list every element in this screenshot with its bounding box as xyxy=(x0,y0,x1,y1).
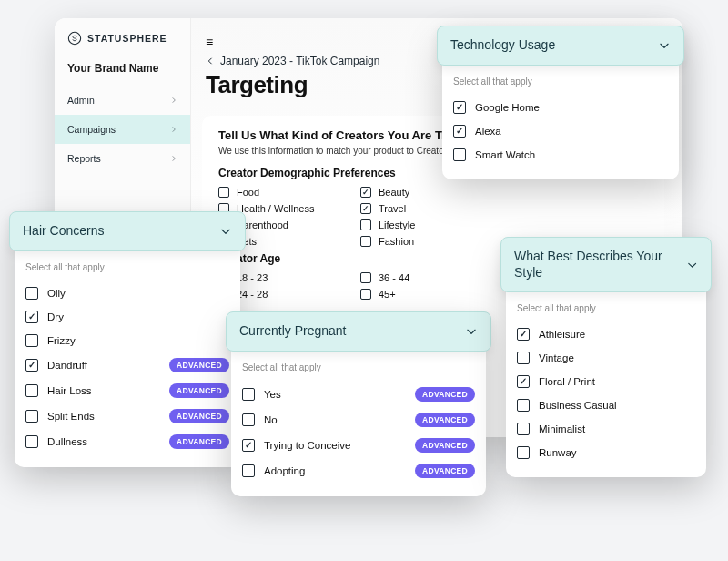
hair-option[interactable]: Hair LossADVANCED xyxy=(25,378,229,403)
sidebar-item-reports[interactable]: Reports xyxy=(55,144,190,173)
checkbox[interactable] xyxy=(25,435,38,448)
style-option[interactable]: Minimalist xyxy=(517,417,695,441)
chevron-right-icon xyxy=(170,126,177,133)
style-option[interactable]: Business Casual xyxy=(517,393,695,417)
option-label: Split Ends xyxy=(47,411,95,422)
checkbox[interactable] xyxy=(25,287,38,300)
brand-name: Your Brand Name xyxy=(55,58,190,86)
tech-card-title: Technology Usage xyxy=(450,37,555,54)
checkbox[interactable] xyxy=(360,236,371,247)
checkbox[interactable] xyxy=(453,125,466,138)
currently-pregnant-card: Currently Pregnant Select all that apply… xyxy=(231,317,486,496)
checkbox[interactable] xyxy=(517,375,530,388)
demographic-label: Lifestyle xyxy=(379,219,415,230)
option-label: Dry xyxy=(47,311,64,322)
tech-card-header[interactable]: Technology Usage xyxy=(437,26,684,66)
checkbox[interactable] xyxy=(360,272,371,283)
option-label: Hair Loss xyxy=(47,385,92,396)
advanced-badge: ADVANCED xyxy=(169,434,229,449)
hair-option[interactable]: Split EndsADVANCED xyxy=(25,403,229,429)
checkbox[interactable] xyxy=(517,423,530,435)
checkbox[interactable] xyxy=(453,148,466,161)
demographic-option[interactable]: Beauty xyxy=(360,187,497,198)
preg-option[interactable]: NoADVANCED xyxy=(242,407,475,433)
age-label: 18 - 23 xyxy=(237,272,268,283)
checkbox[interactable] xyxy=(360,187,371,198)
advanced-badge: ADVANCED xyxy=(169,358,229,372)
chevron-right-icon xyxy=(170,155,177,162)
chevron-down-icon xyxy=(465,325,478,338)
preg-card-header[interactable]: Currently Pregnant xyxy=(226,311,491,352)
advanced-badge: ADVANCED xyxy=(415,464,475,478)
tech-option[interactable]: Alexa xyxy=(453,119,668,143)
checkbox[interactable] xyxy=(25,384,38,397)
demographic-label: Beauty xyxy=(379,187,410,198)
style-option[interactable]: Athleisure xyxy=(517,322,695,346)
style-option[interactable]: Floral / Print xyxy=(517,370,695,393)
tech-option[interactable]: Google Home xyxy=(453,96,668,119)
hair-card-header[interactable]: Hair Concerns xyxy=(9,211,246,251)
checkbox[interactable] xyxy=(25,359,38,372)
advanced-badge: ADVANCED xyxy=(415,438,475,453)
demographic-label: Travel xyxy=(379,203,406,214)
option-label: Vintage xyxy=(539,352,574,363)
breadcrumb-label: January 2023 - TikTok Campaign xyxy=(220,55,379,67)
demographic-option[interactable]: Food xyxy=(218,187,355,198)
checkbox[interactable] xyxy=(517,399,530,412)
checkbox[interactable] xyxy=(25,334,38,347)
preg-option[interactable]: Trying to ConceiveADVANCED xyxy=(242,433,475,458)
age-label: 24 - 28 xyxy=(237,289,268,300)
hair-option[interactable]: DandruffADVANCED xyxy=(25,352,229,378)
demographic-option[interactable]: Lifestyle xyxy=(360,219,497,230)
style-card-header[interactable]: What Best Describes Your Style xyxy=(500,237,712,292)
hair-option[interactable]: Frizzy xyxy=(25,329,229,352)
logo-text: STATUSPHERE xyxy=(87,33,167,44)
demographic-option[interactable]: Travel xyxy=(360,203,497,214)
advanced-badge: ADVANCED xyxy=(169,383,229,398)
checkbox[interactable] xyxy=(517,446,530,459)
option-label: Floral / Print xyxy=(539,376,595,387)
checkbox[interactable] xyxy=(360,289,371,300)
option-label: Business Casual xyxy=(539,400,617,411)
checkbox[interactable] xyxy=(453,101,466,114)
checkbox[interactable] xyxy=(242,388,255,401)
hair-hint: Select all that apply xyxy=(25,262,229,272)
checkbox[interactable] xyxy=(360,203,371,214)
age-option[interactable]: 45+ xyxy=(360,289,497,300)
chevron-down-icon xyxy=(658,39,671,52)
checkbox[interactable] xyxy=(218,187,229,198)
style-option[interactable]: Vintage xyxy=(517,346,695,370)
checkbox[interactable] xyxy=(242,413,255,426)
age-label: 45+ xyxy=(379,289,396,300)
checkbox[interactable] xyxy=(25,311,38,323)
hair-option[interactable]: Dry xyxy=(25,305,229,329)
chevron-down-icon xyxy=(219,225,232,238)
demographic-label: Fashion xyxy=(379,236,414,247)
sidebar-item-campaigns[interactable]: Campaigns xyxy=(55,115,190,144)
checkbox[interactable] xyxy=(517,352,530,364)
style-card-title: What Best Describes Your Style xyxy=(514,249,686,280)
style-option[interactable]: Runway xyxy=(517,441,695,464)
technology-usage-card: Technology Usage Select all that apply G… xyxy=(442,31,679,179)
preg-option[interactable]: AdoptingADVANCED xyxy=(242,458,475,484)
hair-option[interactable]: Oily xyxy=(25,281,229,305)
preg-option[interactable]: YesADVANCED xyxy=(242,382,475,407)
checkbox[interactable] xyxy=(242,464,255,477)
sidebar-item-admin[interactable]: Admin xyxy=(55,86,190,115)
checkbox[interactable] xyxy=(25,410,38,423)
option-label: Google Home xyxy=(475,102,540,113)
option-label: Minimalist xyxy=(539,423,585,434)
logo-icon xyxy=(67,31,82,46)
tech-option[interactable]: Smart Watch xyxy=(453,143,668,167)
checkbox[interactable] xyxy=(360,219,371,230)
demographic-option[interactable]: Fashion xyxy=(360,236,497,247)
sidebar-item-label: Reports xyxy=(67,153,101,164)
option-label: Oily xyxy=(47,288,66,299)
advanced-badge: ADVANCED xyxy=(415,413,475,427)
age-option[interactable]: 36 - 44 xyxy=(360,272,497,283)
sidebar-item-label: Admin xyxy=(67,95,95,106)
hair-option[interactable]: DullnessADVANCED xyxy=(25,429,229,454)
demographic-label: Health / Wellness xyxy=(237,203,314,214)
checkbox[interactable] xyxy=(517,328,530,341)
checkbox[interactable] xyxy=(242,439,255,452)
